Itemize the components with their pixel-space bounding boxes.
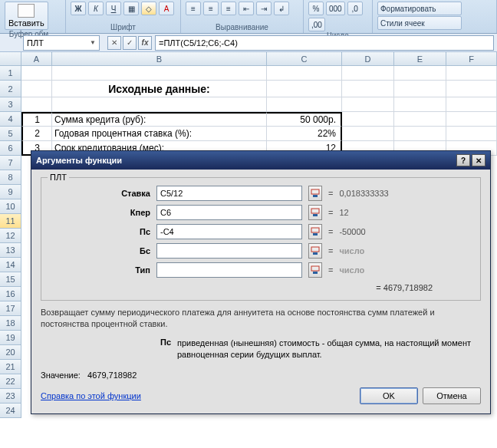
cell[interactable]	[342, 112, 394, 127]
cell[interactable]	[394, 127, 446, 141]
collapse-dialog-button[interactable]	[308, 243, 322, 259]
cell[interactable]: Сумма кредита (руб):	[52, 112, 267, 127]
row-header[interactable]: 18	[0, 316, 21, 331]
row-header[interactable]: 22	[0, 374, 21, 389]
decrease-decimal-button[interactable]: ,00	[308, 18, 325, 31]
cell-styles-button[interactable]: Стили ячеек	[377, 16, 462, 30]
cell[interactable]	[267, 97, 342, 112]
col-header[interactable]: A	[21, 52, 52, 66]
cell[interactable]	[446, 112, 497, 127]
thousands-button[interactable]: 000	[326, 2, 345, 15]
arg-input-type[interactable]	[156, 262, 302, 278]
fill-color-button[interactable]: ◇	[141, 2, 156, 15]
cell[interactable]	[394, 66, 446, 81]
row-header[interactable]: 20	[0, 345, 21, 360]
cell[interactable]	[446, 66, 497, 81]
col-header[interactable]: B	[52, 52, 267, 66]
align-right-button[interactable]: ≡	[221, 2, 236, 15]
row-header[interactable]: 7	[0, 156, 21, 170]
row-header[interactable]: 15	[0, 272, 21, 287]
align-left-button[interactable]: ≡	[186, 2, 201, 15]
close-button[interactable]: ✕	[472, 154, 485, 166]
cell[interactable]	[446, 81, 497, 97]
cell[interactable]	[21, 97, 52, 112]
wrap-text-button[interactable]: ↲	[274, 2, 289, 15]
arg-input-nper[interactable]	[156, 205, 302, 220]
row-header[interactable]: 11	[0, 214, 21, 229]
cell[interactable]	[446, 97, 497, 112]
increase-decimal-button[interactable]: ,0	[347, 2, 363, 15]
name-box[interactable]: ПЛТ ▼	[23, 35, 100, 51]
row-header[interactable]: 1	[0, 66, 21, 81]
formula-input[interactable]: =ПЛТ(C5/12;C6;-C4)	[155, 35, 494, 51]
cell[interactable]	[267, 66, 342, 81]
collapse-dialog-button[interactable]	[308, 205, 322, 220]
dialog-titlebar[interactable]: Аргументы функции ? ✕	[31, 151, 490, 170]
cell[interactable]	[342, 81, 394, 97]
row-header[interactable]: 19	[0, 331, 21, 345]
percent-button[interactable]: %	[308, 2, 324, 15]
collapse-dialog-button[interactable]	[308, 262, 322, 278]
arg-input-rate[interactable]	[156, 186, 302, 201]
cell[interactable]	[21, 66, 52, 81]
accept-formula-button[interactable]: ✓	[123, 36, 137, 50]
cell[interactable]: 2	[21, 127, 52, 141]
cell[interactable]	[394, 97, 446, 112]
bold-button[interactable]: Ж	[71, 2, 86, 15]
row-header[interactable]: 24	[0, 404, 21, 418]
row-header[interactable]: 13	[0, 243, 21, 258]
border-button[interactable]: ▦	[123, 2, 139, 15]
cell[interactable]	[52, 66, 267, 81]
row-header[interactable]: 9	[0, 185, 21, 199]
row-header[interactable]: 4	[0, 112, 21, 127]
arg-input-fv[interactable]	[156, 243, 302, 259]
col-header[interactable]: C	[267, 52, 342, 66]
col-header[interactable]: F	[446, 52, 497, 66]
row-header[interactable]: 8	[0, 170, 21, 185]
format-button[interactable]: Форматировать	[377, 2, 462, 15]
align-center-button[interactable]: ≡	[203, 2, 219, 15]
row-header[interactable]: 16	[0, 287, 21, 301]
row-header[interactable]: 14	[0, 258, 21, 272]
col-header[interactable]: D	[342, 52, 394, 66]
cell[interactable]: Годовая процентная ставка (%):	[52, 127, 267, 141]
row-header[interactable]: 23	[0, 389, 21, 404]
collapse-dialog-button[interactable]	[308, 186, 322, 201]
cell[interactable]	[267, 81, 342, 97]
row-header[interactable]: 2	[0, 81, 21, 97]
cell[interactable]	[342, 127, 394, 141]
row-header[interactable]: 3	[0, 97, 21, 112]
fx-button[interactable]: fx	[138, 36, 152, 50]
cell[interactable]	[394, 112, 446, 127]
cell[interactable]: 1	[21, 112, 52, 127]
cell[interactable]	[446, 127, 497, 141]
ok-button[interactable]: OK	[360, 387, 418, 404]
row-header[interactable]: 6	[0, 141, 21, 156]
select-all-corner[interactable]	[0, 52, 21, 66]
col-header[interactable]: E	[394, 52, 446, 66]
italic-button[interactable]: К	[88, 2, 104, 15]
cell[interactable]	[342, 97, 394, 112]
row-header[interactable]: 12	[0, 229, 21, 243]
row-header[interactable]: 10	[0, 199, 21, 214]
function-help-link[interactable]: Справка по этой функции	[41, 391, 141, 400]
cell[interactable]: 22%	[267, 127, 342, 141]
paste-button[interactable]: Вставить	[5, 2, 48, 30]
row-header[interactable]: 21	[0, 360, 21, 374]
cell[interactable]	[52, 97, 267, 112]
indent-decrease-button[interactable]: ⇤	[239, 2, 254, 15]
font-color-button[interactable]: A	[159, 2, 174, 15]
underline-button[interactable]: Ч	[106, 2, 121, 15]
collapse-dialog-button[interactable]	[308, 224, 322, 239]
indent-increase-button[interactable]: ⇥	[256, 2, 272, 15]
chevron-down-icon[interactable]: ▼	[90, 39, 96, 46]
cell[interactable]	[21, 81, 52, 97]
row-header[interactable]: 17	[0, 301, 21, 316]
arg-input-pv[interactable]	[156, 224, 302, 239]
help-button[interactable]: ?	[456, 154, 470, 166]
cell[interactable]	[394, 81, 446, 97]
row-header[interactable]: 5	[0, 127, 21, 141]
cell[interactable]	[342, 66, 394, 81]
cancel-button[interactable]: Отмена	[423, 387, 481, 404]
cancel-formula-button[interactable]: ✕	[107, 36, 121, 50]
